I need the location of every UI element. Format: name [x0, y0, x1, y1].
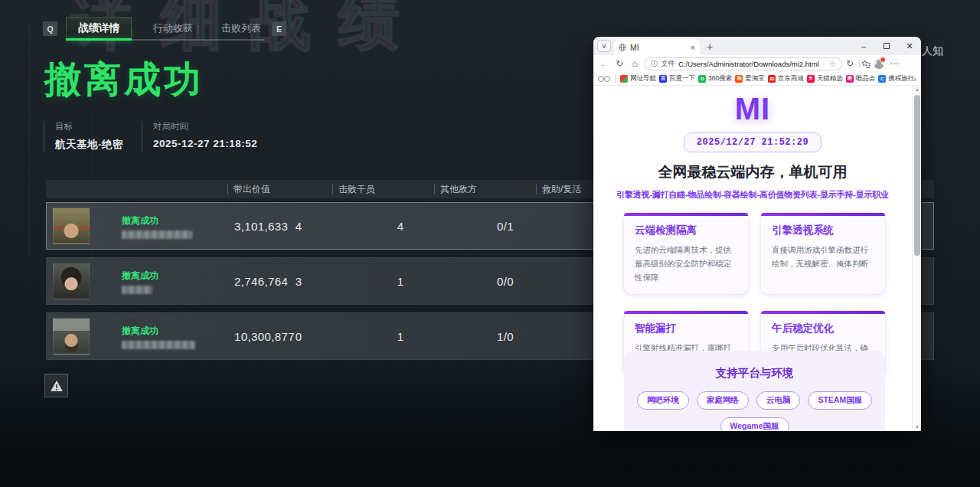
tab-divider: |: [197, 23, 199, 34]
bookmark-label: 360搜索: [708, 74, 732, 83]
refresh-icon[interactable]: ↻: [612, 58, 627, 69]
player-name-redacted: [122, 286, 152, 294]
browser-tab[interactable]: MI ×: [614, 39, 700, 55]
web-page-content: MI 2025/12/27 21:52:29 全网最稳云端内存，单机可用 引擎透…: [593, 86, 912, 431]
profile-avatar-icon[interactable]: [874, 58, 884, 69]
card-title: 引擎透视系统: [772, 224, 874, 237]
bookmarks-bar: 网址导航 百 百度一下 O 360搜索 淘 爱淘宝 JD 京东商城 天 天猫精选…: [593, 72, 921, 86]
tab-label: 战绩详情: [78, 21, 119, 35]
timestamp-badge: 2025/12/27 21:52:29: [684, 132, 822, 152]
page-info-icon[interactable]: ⓘ: [651, 59, 658, 69]
sync-icon[interactable]: ↻: [842, 58, 858, 69]
tab-battle-details[interactable]: 战绩详情: [66, 17, 132, 40]
platform-pill: Wegame国服: [720, 417, 789, 431]
url-text: C:/Users/Administrator/Downloads/mi2.htm…: [678, 60, 826, 68]
tab-operation-loot[interactable]: 行动收获: [150, 17, 196, 40]
platform-pills: 网吧环境 家庭网络 云电脑 STEAM国服 Wegame国服: [636, 391, 873, 431]
file-scheme-label: 文件: [661, 59, 675, 69]
bookmark-item[interactable]: 唯 唯品会: [846, 74, 876, 83]
results-tab-bar: Q 战绩详情 行动收获 | 击败列表 E: [0, 17, 322, 41]
feature-card: 云端检测隔离 先进的云端隔离技术，提供最高级别的安全防护和稳定性保障: [624, 213, 748, 294]
bookmark-label: 网址导航: [630, 74, 656, 83]
match-time-label: 对局时间: [153, 121, 257, 132]
bookmark-label: 爱淘宝: [745, 74, 765, 83]
bookmark-favicon: C: [878, 75, 886, 83]
window-close-button[interactable]: ✕: [898, 37, 921, 55]
player-avatar: [53, 208, 90, 244]
status-badge: 撤离成功: [122, 325, 158, 338]
globe-icon: [619, 44, 626, 51]
bookmark-favicon: 唯: [846, 75, 854, 83]
toolbar-divider: [859, 59, 860, 68]
card-title: 午后稳定优化: [772, 322, 874, 335]
column-header-kills: 击败干员: [332, 184, 375, 194]
card-title: 云端检测隔离: [635, 224, 737, 237]
url-input[interactable]: ⓘ 文件 C:/Users/Administrator/Downloads/mi…: [645, 57, 842, 70]
browser-window: ∨ MI × + – ✕ ← ↻ ⌂ ⓘ 文件 C:/Users/Adminis…: [593, 37, 921, 431]
player-avatar: [53, 318, 90, 355]
platform-title: 支持平台与环境: [636, 366, 873, 381]
tab-kill-list[interactable]: 击败列表: [218, 17, 264, 40]
cell-other-enemies: 1: [395, 330, 406, 343]
bookmark-item[interactable]: JD 京东商城: [768, 74, 804, 83]
bookmark-item[interactable]: 百 百度一下: [659, 74, 695, 83]
tab-close-icon[interactable]: ×: [691, 43, 695, 52]
cell-rescue: 0/0: [497, 275, 514, 288]
card-body: 先进的云端隔离技术，提供最高级别的安全防护和稳定性保障: [635, 244, 737, 285]
cell-other-enemies: 1: [395, 275, 406, 288]
site-logo: MI: [593, 92, 912, 126]
bookmark-item[interactable]: O 360搜索: [698, 74, 732, 83]
bookmarks-overflow-chevron-icon[interactable]: ›: [913, 74, 916, 83]
window-maximize-button[interactable]: [875, 37, 898, 55]
key-hint-q: Q: [43, 21, 57, 36]
decor-dashed-line: [29, 26, 30, 256]
match-info: 目标 航天基地-绝密 对局时间 2025-12-27 21:18:52: [44, 121, 276, 152]
back-icon[interactable]: ←: [596, 58, 612, 69]
tab-title: MI: [630, 43, 687, 52]
key-hint-e: E: [272, 21, 286, 36]
column-header-value: 带出价值: [227, 184, 270, 194]
cell-extracted-value: 2,746,764: [234, 275, 288, 288]
objective-value: 航天基地-绝密: [55, 138, 123, 152]
platform-pill: 网吧环境: [637, 391, 689, 410]
match-time-info: 对局时间 2025-12-27 21:18:52: [142, 121, 257, 152]
platform-pill: 家庭网络: [697, 391, 749, 410]
cell-kills: 4: [293, 220, 304, 233]
platform-pill: STEAM国服: [808, 391, 872, 410]
home-icon[interactable]: ⌂: [627, 58, 642, 69]
bookmark-item[interactable]: C 携程旅行: [878, 74, 914, 83]
new-tab-button[interactable]: +: [707, 41, 713, 53]
more-menu-icon[interactable]: ⋯: [887, 58, 902, 69]
tab-search-button[interactable]: ∨: [597, 40, 611, 52]
player-name-redacted: [122, 230, 192, 239]
platform-support-panel: 支持平台与环境 网吧环境 家庭网络 云电脑 STEAM国服 Wegame国服: [624, 351, 885, 431]
favorites-bar-icon[interactable]: [861, 59, 871, 69]
status-badge: 撤离成功: [122, 214, 158, 227]
result-title: 撤离成功: [44, 55, 204, 104]
glasses-icon[interactable]: [598, 76, 610, 82]
window-minimize-button[interactable]: –: [852, 37, 875, 55]
cell-kills: 0: [293, 330, 304, 343]
match-time-value: 2025-12-27 21:18:52: [153, 138, 257, 149]
bookmarks-divider: [615, 74, 616, 83]
player-avatar: [53, 263, 90, 299]
bookmark-star-icon[interactable]: ☆: [829, 60, 836, 68]
scroll-down-arrow[interactable]: ▼: [913, 423, 921, 431]
objective-label: 目标: [55, 121, 123, 132]
bookmark-item[interactable]: 天 天猫精选: [807, 74, 843, 83]
bookmark-label: 携程旅行: [888, 74, 914, 83]
bookmark-favicon: 百: [659, 75, 667, 83]
bookmark-item[interactable]: 网址导航: [620, 74, 656, 83]
bookmark-item[interactable]: 淘 爱淘宝: [735, 74, 765, 83]
bookmark-favicon: [620, 75, 628, 83]
scroll-up-arrow[interactable]: ▲: [913, 86, 921, 93]
status-badge: 撤离成功: [122, 270, 158, 283]
scrollbar-thumb[interactable]: [914, 95, 920, 256]
browser-tab-strip: ∨ MI × + – ✕: [593, 37, 921, 55]
bookmark-label: 唯品会: [856, 74, 876, 83]
cell-kills: 3: [293, 275, 304, 288]
feature-card: 引擎透视系统 直接调用游戏引擎函数进行绘制，无视解密、掩体判断: [761, 213, 885, 294]
card-body: 直接调用游戏引擎函数进行绘制，无视解密、掩体判断: [772, 244, 874, 271]
tab-label: 击败列表: [221, 21, 261, 35]
bookmark-favicon: 天: [807, 75, 815, 83]
